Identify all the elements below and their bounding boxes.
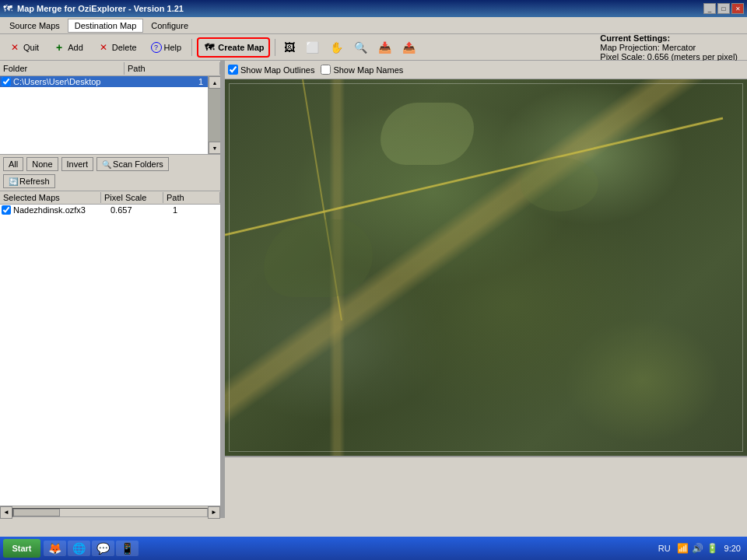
quick-launch: 🦊 🌐 💬 📱	[44, 541, 139, 556]
sm-col-scale-header: Pixel Scale	[101, 192, 163, 203]
folder-list[interactable]: C:\Users\User\Desktop 1	[0, 76, 208, 154]
delete-icon: ✕	[97, 41, 110, 54]
settings-title: Current Settings:	[600, 33, 738, 43]
show-outlines-label[interactable]: Show Map Outlines	[228, 65, 314, 75]
network-icon: 📶	[677, 543, 689, 554]
satellite-map[interactable]	[225, 79, 747, 456]
hand-icon: ✋	[330, 41, 343, 54]
volume-icon: 🔊	[692, 543, 703, 554]
select-icon: ⬜	[306, 41, 319, 54]
sm-col-path-header: Path	[163, 192, 220, 203]
map-bottom-panel	[225, 456, 747, 518]
battery-icon: 🔋	[707, 543, 718, 554]
folder-checkbox[interactable]	[2, 77, 11, 86]
path-col-header: Path	[124, 62, 220, 75]
folder-list-header: Folder Path	[0, 61, 220, 76]
folder-scroll-up[interactable]: ▲	[209, 76, 220, 89]
selected-maps-header: Selected Maps Pixel Scale Path	[0, 191, 220, 205]
taskbar-chrome[interactable]: 🌐	[68, 541, 90, 556]
chrome-icon: 🌐	[72, 542, 86, 555]
taskbar-app4[interactable]: 📱	[116, 541, 139, 556]
import-icon: 📥	[378, 41, 391, 54]
image-tool-button[interactable]: 🖼	[280, 37, 299, 58]
select-tool-button[interactable]: ⬜	[302, 37, 323, 58]
toolbar: ✕ Quit + Add ✕ Delete ? Help 🗺 Create Ma…	[0, 34, 747, 61]
show-outlines-checkbox[interactable]	[228, 65, 238, 75]
folder-path: C:\Users\User\Desktop	[13, 77, 100, 86]
svg-line-1	[225, 118, 723, 235]
hscroll-track	[12, 508, 208, 517]
folder-col-header: Folder	[0, 62, 124, 75]
map-item-name: Nadezhdinsk.ozfx3	[13, 205, 110, 215]
folder-list-area: C:\Users\User\Desktop 1 ▲ ▼	[0, 76, 220, 154]
sm-col-name-header: Selected Maps	[0, 192, 101, 203]
all-button[interactable]: All	[3, 157, 23, 171]
quit-icon: ✕	[9, 41, 21, 54]
refresh-icon: 🔄	[9, 177, 18, 186]
create-map-button[interactable]: 🗺 Create Map	[197, 37, 270, 58]
create-map-icon: 🗺	[203, 41, 216, 54]
invert-button[interactable]: Invert	[61, 157, 94, 171]
map-image-area[interactable]	[225, 79, 747, 456]
main-area: Folder Path C:\Users\User\Desktop 1 ▲ ▼ …	[0, 61, 747, 518]
selected-maps-area: Nadezhdinsk.ozfx3 0.657 1	[0, 205, 220, 506]
folder-scroll-down[interactable]: ▼	[209, 142, 220, 154]
left-panel-hscrollbar[interactable]: ◄ ►	[0, 506, 220, 518]
clock: 9:20	[724, 544, 741, 553]
start-button[interactable]: Start	[3, 539, 40, 558]
map-list-item[interactable]: Nadezhdinsk.ozfx3 0.657 1	[0, 205, 220, 215]
add-icon: +	[53, 41, 65, 54]
scan-folders-button[interactable]: 🔍 Scan Folders	[96, 157, 169, 171]
close-button[interactable]: ✕	[731, 3, 744, 14]
show-names-label[interactable]: Show Map Names	[321, 65, 403, 75]
quit-button[interactable]: ✕ Quit	[3, 37, 44, 58]
terrain-patch-1	[381, 103, 474, 165]
refresh-button[interactable]: 🔄 Refresh	[3, 174, 55, 188]
right-panel: Show Map Outlines Show Map Names	[225, 61, 747, 518]
export-icon: 📤	[402, 41, 416, 54]
hscroll-right-arrow[interactable]: ►	[208, 506, 220, 519]
taskbar: Start 🦊 🌐 💬 📱 RU 📶 🔊 🔋 9:20	[0, 537, 747, 560]
add-button[interactable]: + Add	[47, 37, 89, 58]
delete-button[interactable]: ✕ Delete	[92, 37, 142, 58]
menu-destination-map[interactable]: Destination Map	[68, 19, 144, 33]
terrain-patch-2	[521, 157, 598, 212]
folder-scrollbar[interactable]: ▲ ▼	[208, 76, 220, 154]
zoom-tool-button[interactable]: 🔍	[350, 37, 371, 58]
left-panel: Folder Path C:\Users\User\Desktop 1 ▲ ▼ …	[0, 61, 222, 518]
skype-icon: 💬	[96, 542, 110, 555]
scan-icon: 🔍	[102, 160, 111, 169]
map-view[interactable]	[225, 79, 747, 518]
image-icon: 🖼	[284, 41, 295, 54]
export-button[interactable]: 📤	[398, 37, 419, 58]
taskbar-firefox[interactable]: 🦊	[44, 541, 66, 556]
menu-configure[interactable]: Configure	[145, 19, 195, 32]
action-buttons-bar: All None Invert 🔍 Scan Folders 🔄 Refresh	[0, 154, 220, 191]
hscroll-thumb[interactable]	[13, 509, 60, 516]
folder-item[interactable]: C:\Users\User\Desktop 1	[0, 76, 208, 87]
system-tray: RU 📶 🔊 🔋 9:20	[658, 543, 744, 554]
menu-source-maps[interactable]: Source Maps	[3, 19, 66, 32]
none-button[interactable]: None	[26, 157, 58, 171]
show-names-checkbox[interactable]	[321, 65, 331, 75]
firefox-icon: 🦊	[48, 542, 61, 555]
app4-icon: 📱	[121, 542, 134, 555]
hand-tool-button[interactable]: ✋	[326, 37, 347, 58]
window-title: Map Merge for OziExplorer - Version 1.21	[17, 4, 184, 13]
settings-pixel-scale: Pixel Scale: 0.656 (meters per pixel)	[600, 52, 738, 61]
maximize-button[interactable]: □	[717, 3, 730, 14]
help-button[interactable]: ? Help	[146, 37, 188, 58]
hscroll-left-arrow[interactable]: ◄	[0, 506, 12, 519]
selected-maps-list[interactable]: Nadezhdinsk.ozfx3 0.657 1	[0, 205, 220, 506]
taskbar-skype[interactable]: 💬	[92, 541, 114, 556]
minimize-button[interactable]: _	[703, 3, 716, 14]
window-controls[interactable]: _ □ ✕	[703, 3, 744, 14]
locale-display: RU	[658, 544, 671, 553]
help-icon: ?	[151, 42, 162, 53]
map-item-scale: 0.657	[110, 205, 173, 215]
zoom-icon: 🔍	[354, 41, 367, 54]
map-item-path: 1	[173, 205, 219, 215]
map-item-checkbox[interactable]	[2, 205, 11, 215]
import-button[interactable]: 📥	[374, 37, 395, 58]
settings-projection: Map Projection: Mercator	[600, 43, 738, 52]
